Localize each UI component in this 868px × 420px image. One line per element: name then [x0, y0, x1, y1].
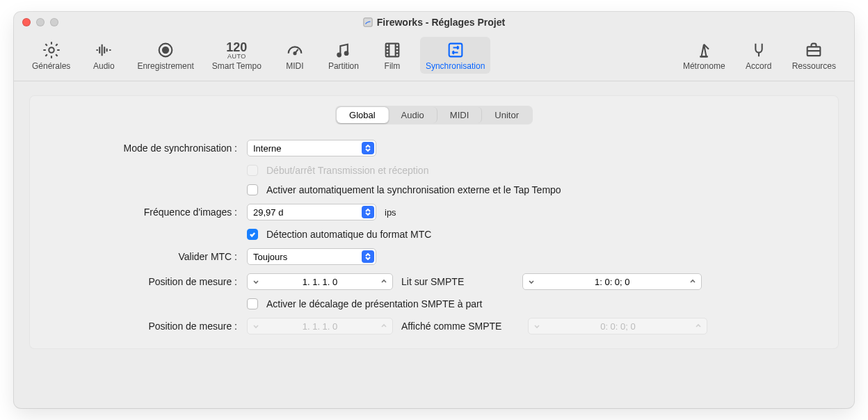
frame-rate-label: Fréquence d'images : [42, 207, 237, 218]
toolbar-score[interactable]: Partition [323, 37, 364, 74]
auto-mtc-checkbox[interactable] [247, 229, 258, 240]
subtab-midi[interactable]: MIDI [437, 107, 482, 123]
music-notes-icon [334, 40, 353, 60]
sub-tabs: Global Audio MIDI Unitor [42, 106, 826, 124]
select-arrows-icon [362, 206, 374, 218]
chevron-up-icon[interactable] [376, 278, 392, 285]
tuning-fork-icon [749, 40, 769, 60]
toolbar-movie[interactable]: Film [371, 37, 413, 74]
smpte-value: 1: 0: 0; 0 [540, 277, 684, 287]
settings-panel: Global Audio MIDI Unitor Mode de synchro… [29, 95, 839, 349]
validate-mtc-value: Toujours [253, 252, 287, 262]
chevron-down-icon [248, 323, 264, 330]
toolbar-audio[interactable]: Audio [83, 37, 124, 74]
reads-at-smpte-label: Lit sur SMPTE [401, 276, 464, 287]
sync-icon [446, 40, 465, 60]
toolbar-tuning[interactable]: Accord [738, 37, 780, 74]
bar-position-stepper[interactable]: 1. 1. 1. 0 [247, 273, 393, 290]
chevron-up-icon[interactable] [684, 278, 701, 285]
frame-rate-value: 29,97 d [253, 207, 283, 218]
validate-mtc-label: Valider MTC : [42, 251, 237, 262]
bar-position-label-2: Position de mesure : [42, 321, 237, 332]
smpte-stepper-2: 0: 0: 0; 0 [528, 318, 707, 334]
toolbar-assets[interactable]: Ressources [787, 37, 842, 74]
sync-mode-select[interactable]: Interne [247, 140, 376, 156]
svg-point-4 [294, 52, 296, 54]
record-icon [156, 40, 175, 60]
auto-external-checkbox[interactable] [247, 184, 258, 195]
gear-icon [42, 40, 61, 60]
subtab-global[interactable]: Global [337, 107, 389, 123]
chevron-up-icon [690, 323, 707, 330]
smpte-stepper[interactable]: 1: 0: 0; 0 [522, 273, 702, 290]
sync-mode-label: Mode de synchronisation : [42, 143, 237, 154]
svg-point-5 [337, 54, 341, 57]
toolbar-metronome[interactable]: Métronome [677, 37, 731, 74]
svg-point-6 [345, 51, 348, 55]
chevron-up-icon [376, 323, 392, 330]
chevron-down-icon [529, 323, 545, 330]
toolbar-synchronization[interactable]: Synchronisation [420, 37, 490, 74]
displayed-as-smpte-label: Affiché comme SMPTE [401, 321, 501, 332]
form: Mode de synchronisation : Interne Début/… [42, 140, 826, 334]
content-area: Global Audio MIDI Unitor Mode de synchro… [14, 81, 854, 408]
subtab-unitor[interactable]: Unitor [482, 107, 531, 123]
auto-mtc-label: Détection automatique du format MTC [266, 229, 431, 240]
enable-smpte-offset-label: Activer le décalage de présentation SMPT… [266, 298, 483, 309]
settings-window: Fireworks - Réglages Projet Générales Au… [14, 12, 854, 408]
sync-mode-value: Interne [253, 143, 281, 154]
subtab-audio[interactable]: Audio [389, 107, 437, 123]
midi-gauge-icon [285, 40, 305, 60]
waveform-icon [94, 40, 113, 60]
window-title-text: Fireworks - Réglages Projet [377, 17, 505, 28]
svg-rect-8 [449, 44, 462, 57]
validate-mtc-select[interactable]: Toujours [247, 248, 376, 265]
chevron-down-icon[interactable] [523, 278, 540, 285]
metronome-icon [694, 40, 714, 60]
frame-rate-select[interactable]: 29,97 d [247, 204, 376, 220]
select-arrows-icon [362, 250, 374, 263]
transmit-recv-label: Début/arrêt Transmission et réception [266, 165, 428, 176]
toolbar-recording[interactable]: Enregistrement [131, 37, 199, 74]
app-icon [363, 17, 373, 27]
film-icon [383, 40, 402, 60]
smpte-value-2: 0: 0: 0; 0 [545, 321, 690, 332]
svg-point-1 [49, 47, 54, 52]
transmit-recv-checkbox [247, 165, 258, 176]
enable-smpte-offset-checkbox[interactable] [247, 298, 258, 309]
bar-position-label: Position de mesure : [42, 276, 237, 287]
bar-position-value: 1. 1. 1. 0 [264, 277, 376, 287]
select-arrows-icon [362, 142, 374, 154]
auto-external-label: Activer automatiquement la synchronisati… [266, 184, 561, 195]
svg-point-3 [163, 47, 168, 53]
briefcase-icon [804, 40, 823, 60]
toolbar-midi[interactable]: MIDI [274, 37, 316, 74]
bar-position-value-2: 1. 1. 1. 0 [264, 321, 376, 332]
frame-rate-unit: ips [385, 207, 396, 218]
bar-position-stepper-2: 1. 1. 1. 0 [247, 318, 393, 334]
toolbar-general[interactable]: Générales [26, 37, 76, 74]
tempo-icon: 120 AUTO [226, 40, 247, 60]
toolbar-smart-tempo[interactable]: 120 AUTO Smart Tempo [207, 37, 267, 74]
window-title: Fireworks - Réglages Projet [14, 17, 854, 28]
chevron-down-icon[interactable] [248, 278, 264, 285]
toolbar: Générales Audio Enregistrement 120 AUTO … [14, 33, 854, 81]
titlebar: Fireworks - Réglages Projet [14, 12, 854, 33]
